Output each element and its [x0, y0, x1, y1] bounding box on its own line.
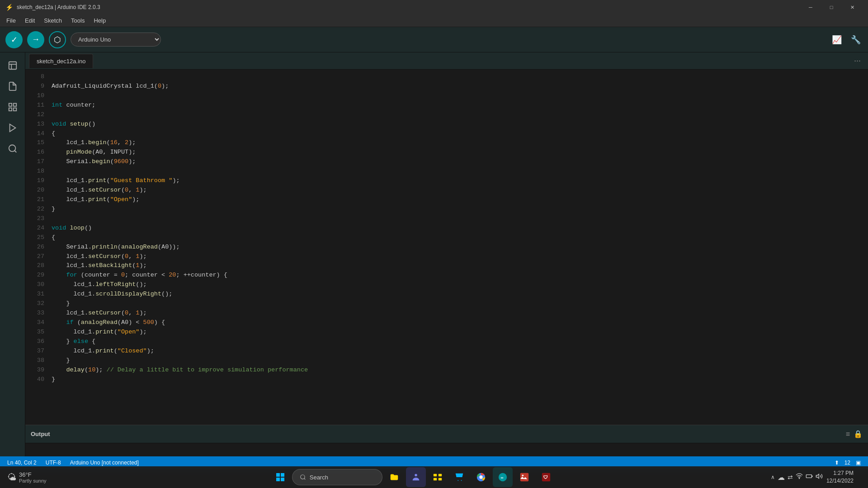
menu-sketch[interactable]: Sketch [39, 15, 66, 26]
svg-text:∞: ∞ [500, 476, 503, 480]
close-button[interactable]: ✕ [842, 0, 863, 14]
taskbar-chrome[interactable] [471, 467, 491, 487]
toolbar-right: 📈 🔧 [830, 33, 863, 47]
title-bar: ⚡ sketch_dec12a | Arduino IDE 2.0.3 ─ □ … [0, 0, 868, 14]
clock-date: 12/14/2022 [826, 477, 854, 485]
weather-icon: 🌤 [7, 472, 16, 483]
svg-point-16 [415, 474, 417, 477]
sidebar-files-icon[interactable] [3, 77, 22, 96]
serial-monitor-button[interactable]: 🔧 [849, 33, 863, 47]
svg-line-15 [304, 479, 305, 480]
tray-cloud[interactable]: ☁ [778, 473, 785, 482]
tray-wifi[interactable] [796, 473, 803, 482]
svg-rect-19 [434, 478, 437, 481]
line-numbers: 8 9 10 11 12 13 14 15 16 17 18 19 20 21 … [25, 70, 48, 425]
code-editor[interactable]: 8 9 10 11 12 13 14 15 16 17 18 19 20 21 … [25, 70, 868, 425]
status-terminal-icon[interactable]: ▣ [856, 460, 861, 466]
svg-rect-12 [276, 478, 280, 481]
taskbar-arduino[interactable]: ∞ [493, 467, 513, 487]
sidebar-search-icon[interactable] [3, 139, 22, 158]
menu-tools[interactable]: Tools [66, 15, 89, 26]
serial-plotter-button[interactable]: 📈 [830, 33, 844, 47]
start-button[interactable] [270, 467, 290, 487]
status-port-icon[interactable]: ⬆ [835, 460, 839, 466]
window-controls: ─ □ ✕ [800, 0, 863, 14]
svg-rect-4 [13, 103, 16, 106]
taskbar-right: ∧ ☁ ⇄ 1:27 PM 12/14/2022 [771, 469, 861, 485]
svg-rect-20 [439, 478, 442, 481]
svg-point-14 [300, 475, 304, 479]
editor-area: sketch_dec12a.ino ··· 8 9 10 11 12 13 14… [25, 52, 868, 456]
search-box[interactable]: Search [292, 469, 382, 485]
tab-more-button[interactable]: ··· [850, 54, 864, 67]
board-selector[interactable]: Arduino Uno [71, 33, 161, 47]
weather-condition: Partly sunny [19, 478, 47, 483]
menu-file[interactable]: File [2, 15, 20, 26]
maximize-button[interactable]: □ [821, 0, 842, 14]
sidebar-library-icon[interactable] [3, 98, 22, 117]
app-icon: ⚡ [5, 4, 13, 11]
output-lock-button[interactable]: 🔒 [854, 430, 863, 438]
tray-chevron[interactable]: ∧ [771, 474, 775, 480]
output-log [25, 443, 868, 456]
svg-line-9 [14, 150, 16, 152]
debug-button[interactable]: ⬡ [49, 31, 66, 48]
sidebar-sketch-icon[interactable] [3, 56, 22, 75]
tray-battery[interactable] [806, 473, 813, 482]
svg-marker-7 [9, 124, 15, 132]
svg-point-22 [461, 480, 462, 481]
svg-rect-13 [281, 478, 284, 481]
output-panel-title: Output [31, 431, 50, 437]
search-placeholder: Search [310, 474, 328, 481]
sidebar-debug-icon[interactable] [3, 118, 22, 137]
status-port-count: 12 [844, 460, 850, 466]
taskbar-file-manager[interactable] [428, 467, 448, 487]
taskbar-security[interactable]: 🛡 [536, 467, 556, 487]
svg-point-21 [458, 480, 458, 481]
status-encoding: UTF-8 [46, 460, 61, 466]
svg-rect-0 [9, 62, 16, 70]
left-sidebar [0, 52, 25, 456]
clock-time: 1:27 PM [826, 469, 854, 477]
taskbar-center: Search [56, 467, 771, 487]
svg-rect-10 [276, 473, 280, 477]
taskbar-store[interactable] [449, 467, 469, 487]
weather-widget: 🌤 36°F Partly sunny [7, 471, 47, 483]
taskbar-teams[interactable] [406, 467, 426, 487]
menu-bar: File Edit Sketch Tools Help [0, 14, 868, 27]
tray-network-switch[interactable]: ⇄ [788, 474, 793, 481]
svg-rect-5 [13, 108, 16, 111]
menu-help[interactable]: Help [89, 15, 110, 26]
svg-rect-32 [806, 475, 811, 478]
toolbar: ✓ → ⬡ Arduino Uno 📈 🔧 [0, 27, 868, 52]
taskbar-file-explorer[interactable] [384, 467, 404, 487]
output-panel: Output ≡ 🔒 [25, 425, 868, 443]
output-panel-right: ≡ 🔒 [846, 430, 863, 438]
editor-tab[interactable]: sketch_dec12a.ino [29, 54, 93, 68]
weather-temp: 36°F [19, 471, 47, 478]
svg-rect-18 [439, 474, 442, 477]
taskbar: 🌤 36°F Partly sunny Search [0, 466, 868, 488]
tab-bar: sketch_dec12a.ino ··· [25, 52, 868, 70]
menu-edit[interactable]: Edit [20, 15, 39, 26]
window-title: sketch_dec12a | Arduino IDE 2.0.3 [17, 4, 100, 10]
minimize-button[interactable]: ─ [800, 0, 821, 14]
svg-rect-27 [520, 473, 528, 481]
title-bar-left: ⚡ sketch_dec12a | Arduino IDE 2.0.3 [5, 4, 100, 11]
svg-point-24 [479, 475, 482, 479]
svg-point-28 [522, 475, 524, 477]
svg-rect-6 [9, 108, 11, 111]
tray-volume[interactable] [816, 473, 823, 482]
output-list-button[interactable]: ≡ [846, 430, 850, 438]
upload-button[interactable]: → [27, 31, 44, 48]
taskbar-photos[interactable] [514, 467, 534, 487]
verify-button[interactable]: ✓ [5, 31, 23, 48]
svg-rect-11 [281, 473, 284, 477]
code-content[interactable]: Adafruit_LiquidCrystal lcd_1(0); int cou… [48, 70, 868, 425]
status-board: Arduino Uno [not connected] [70, 460, 139, 466]
system-tray: ∧ ☁ ⇄ [771, 473, 823, 482]
tab-filename: sketch_dec12a.ino [37, 58, 85, 65]
clock[interactable]: 1:27 PM 12/14/2022 [826, 469, 854, 485]
svg-marker-34 [816, 474, 819, 478]
svg-rect-17 [434, 474, 437, 477]
